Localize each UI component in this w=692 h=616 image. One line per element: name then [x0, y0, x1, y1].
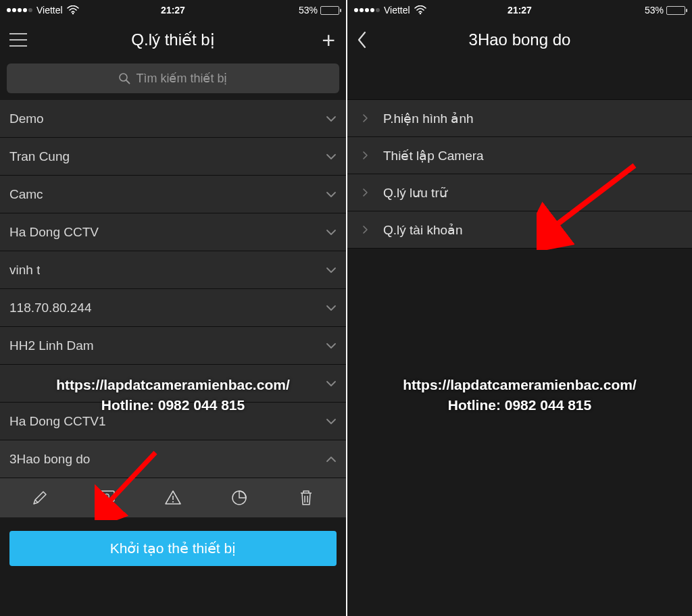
trash-icon: [298, 489, 314, 507]
search-icon: [118, 72, 130, 84]
chevron-left-icon: [357, 30, 368, 49]
device-name-label: Ha Dong CCTV: [9, 225, 99, 240]
device-manager-screen: Viettel 21:27 53% Q.lý thiết bị + Tìm ki…: [0, 0, 346, 616]
page-title: 3Hao bong do: [469, 30, 571, 49]
menu-icon[interactable]: [9, 33, 27, 47]
device-row[interactable]: 3Hao bong do: [0, 440, 346, 478]
wifi-icon: [67, 5, 79, 15]
monitor-gear-icon: [97, 489, 116, 507]
chevron-down-icon: [326, 267, 337, 274]
init-card-button[interactable]: Khởi tạo thẻ thiết bị: [9, 531, 337, 566]
page-title: Q.lý thiết bị: [131, 30, 214, 49]
chevron-down-icon: [326, 342, 337, 349]
settings-row[interactable]: Q.lý lưu trữ: [347, 174, 692, 211]
device-name-label: 118.70.80.244: [9, 301, 92, 315]
device-name-label: vinh t: [9, 263, 40, 278]
settings-row[interactable]: Q.lý tài khoản: [347, 211, 692, 249]
settings-row-label: Thiết lập Camera: [383, 148, 484, 163]
device-row[interactable]: HH2 Linh Dam: [0, 327, 346, 365]
carrier-label: Viettel: [384, 5, 410, 16]
battery-icon: [666, 6, 685, 15]
remote-config-button[interactable]: [93, 484, 120, 511]
chevron-right-icon: [362, 113, 368, 123]
svg-line-2: [126, 80, 130, 84]
chevron-right-icon: [362, 188, 368, 197]
nav-bar: Q.lý thiết bị +: [0, 20, 346, 59]
device-row[interactable]: vinh t: [0, 251, 346, 289]
search-input[interactable]: Tìm kiếm thiết bị: [7, 63, 339, 93]
chevron-down-icon: [326, 380, 337, 387]
device-row[interactable]: 118.70.80.244: [0, 289, 346, 327]
battery-pct-label: 53%: [645, 5, 664, 16]
chevron-down-icon: [326, 153, 337, 160]
device-row[interactable]: Demo: [0, 100, 346, 138]
svg-point-9: [172, 501, 174, 503]
edit-button[interactable]: [26, 484, 53, 511]
device-name-label: Tran Cung: [9, 149, 70, 164]
signal-dots-icon: [354, 8, 380, 12]
clock-label: 21:27: [161, 5, 185, 16]
nav-bar: 3Hao bong do: [347, 20, 692, 59]
chevron-down-icon: [326, 116, 337, 122]
chevron-right-icon: [362, 151, 368, 160]
chevron-down-icon: [326, 229, 337, 236]
search-placeholder: Tìm kiếm thiết bị: [136, 71, 227, 86]
pencil-icon: [31, 489, 49, 507]
device-settings-screen: Viettel 21:27 53% 3Hao bong do P.hiện hì…: [346, 0, 692, 616]
device-tools-bar: [0, 478, 346, 517]
chevron-down-icon: [326, 305, 337, 311]
status-bar: Viettel 21:27 53%: [0, 0, 346, 20]
stats-button[interactable]: [226, 484, 253, 511]
svg-point-1: [120, 74, 127, 81]
wifi-icon: [414, 5, 426, 15]
pie-chart-icon: [230, 489, 248, 507]
device-name-label: HH2 Linh Dam: [9, 338, 94, 353]
clock-label: 21:27: [508, 5, 532, 16]
battery-icon: [320, 6, 339, 15]
device-row[interactable]: Ha Dong CCTV1: [0, 403, 346, 440]
settings-row-label: Q.lý tài khoản: [383, 222, 463, 238]
device-name-label: 3Hao bong do: [9, 452, 90, 467]
device-name-label: Camc: [9, 187, 43, 202]
watermark-hotline: Hotline: 0982 044 815: [347, 395, 692, 415]
init-card-label: Khởi tạo thẻ thiết bị: [110, 540, 236, 557]
settings-row-label: P.hiện hình ảnh: [383, 111, 474, 126]
settings-row[interactable]: P.hiện hình ảnh: [347, 99, 692, 137]
settings-list: P.hiện hình ảnhThiết lập CameraQ.lý lưu …: [347, 99, 692, 249]
device-list: DemoTran CungCamcHa Dong CCTVvinh t118.7…: [0, 100, 346, 478]
battery-pct-label: 53%: [299, 5, 318, 16]
watermark-overlay: https://lapdatcameramienbac.com/ Hotline…: [347, 375, 692, 416]
carrier-label: Viettel: [36, 5, 63, 16]
device-row[interactable]: Tran Cung: [0, 138, 346, 176]
alarm-button[interactable]: [159, 484, 187, 511]
settings-row[interactable]: Thiết lập Camera: [347, 136, 692, 174]
settings-row-label: Q.lý lưu trữ: [383, 185, 447, 201]
delete-button[interactable]: [293, 484, 320, 511]
device-name-label: Demo: [9, 111, 44, 126]
device-row[interactable]: [0, 365, 346, 403]
chevron-up-icon: [326, 456, 337, 463]
chevron-down-icon: [326, 418, 337, 425]
back-button[interactable]: [357, 30, 368, 49]
svg-point-0: [72, 13, 74, 15]
alert-triangle-icon: [164, 489, 182, 507]
status-bar: Viettel 21:27 53%: [347, 0, 692, 20]
chevron-down-icon: [326, 191, 337, 198]
signal-dots-icon: [7, 8, 32, 12]
chevron-right-icon: [362, 225, 368, 234]
device-row[interactable]: Camc: [0, 176, 346, 213]
add-device-button[interactable]: +: [322, 28, 335, 51]
svg-point-7: [106, 496, 107, 497]
svg-point-12: [419, 13, 421, 15]
device-row[interactable]: Ha Dong CCTV: [0, 213, 346, 251]
watermark-url: https://lapdatcameramienbac.com/: [347, 375, 692, 395]
device-name-label: Ha Dong CCTV1: [9, 414, 106, 429]
